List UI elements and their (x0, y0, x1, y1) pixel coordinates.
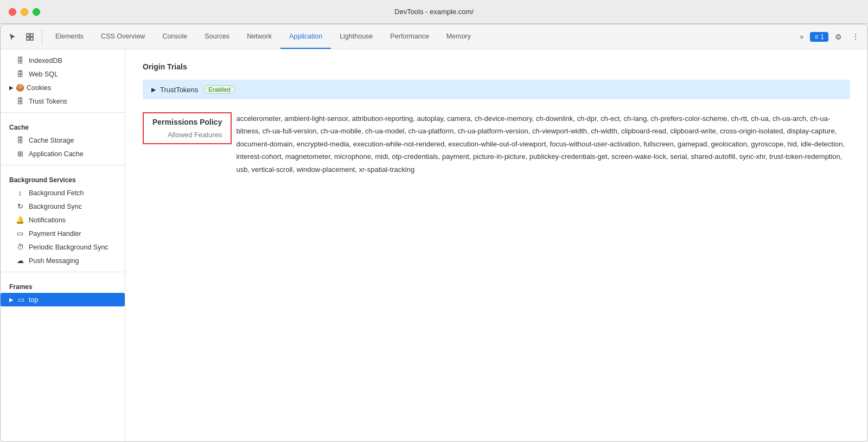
database-icon: 🗄 (16, 136, 24, 144)
sidebar-item-label: Payment Handler (29, 230, 81, 238)
sidebar-item-trust-tokens[interactable]: 🗄 Trust Tokens (1, 94, 125, 108)
cloud-icon: ☁ (16, 257, 24, 265)
grid-icon: ⊞ (16, 150, 24, 158)
enabled-badge: Enabled (203, 85, 235, 94)
tab-elements[interactable]: Elements (47, 24, 92, 49)
tab-console[interactable]: Console (154, 24, 196, 49)
sidebar-item-label: Cookies (27, 84, 51, 92)
permissions-policy-section: Permissions Policy Allowed Features acce… (143, 112, 850, 176)
permissions-box: Permissions Policy Allowed Features (143, 112, 232, 144)
fetch-icon: ↕ (16, 189, 24, 197)
svg-rect-1 (27, 37, 29, 40)
database-icon: 🗄 (16, 70, 24, 78)
sidebar-divider-2 (1, 165, 125, 165)
arrow-icon: ▶ (9, 85, 14, 91)
devtools-window: Elements CSS Overview Console Sources Ne… (0, 24, 868, 442)
sidebar-item-push-messaging[interactable]: ☁ Push Messaging (1, 254, 125, 267)
allowed-features-value: accelerometer, ambient-light-sensor, att… (232, 112, 850, 176)
sidebar-item-payment-handler[interactable]: ▭ Payment Handler (1, 227, 125, 240)
origin-trials-title: Origin Trials (143, 62, 850, 71)
sidebar-item-background-sync[interactable]: ↻ Background Sync (1, 200, 125, 213)
notification-icon: 🔔 (16, 216, 24, 224)
trust-tokens-label: TrustTokens (160, 86, 198, 94)
sidebar-divider-3 (1, 272, 125, 272)
sidebar-item-periodic-bg-sync[interactable]: ⏱ Periodic Background Sync (1, 240, 125, 254)
database-icon: 🗄 (16, 97, 24, 105)
toolbar-right: » ≡ 1 ⚙ ⋮ (796, 29, 863, 44)
sidebar-item-indexeddb[interactable]: 🗄 IndexedDB (1, 54, 125, 67)
frame-icon: ▭ (17, 296, 25, 304)
sidebar-item-label: Periodic Background Sync (29, 244, 108, 251)
more-options-button[interactable]: ⋮ (848, 29, 863, 44)
chat-icon: ≡ (814, 33, 818, 41)
permissions-policy-title: Permissions Policy (152, 118, 222, 126)
maximize-button[interactable] (33, 8, 40, 16)
main-content: 🗄 IndexedDB 🗄 Web SQL ▶ 🍪 Cookies 🗄 Trus… (1, 49, 867, 441)
sidebar-item-top-frame[interactable]: ▶ ▭ top (1, 293, 125, 306)
timer-icon: ⏱ (16, 243, 24, 251)
tab-network[interactable]: Network (238, 24, 280, 49)
tab-css-overview[interactable]: CSS Overview (92, 24, 154, 49)
sidebar-item-label: Application Cache (29, 150, 84, 158)
title-bar: DevTools - example.com/ (0, 0, 868, 24)
allowed-features-label: Allowed Features (152, 131, 222, 139)
chat-badge[interactable]: ≡ 1 (810, 32, 828, 42)
sidebar-item-cache-storage[interactable]: 🗄 Cache Storage (1, 133, 125, 147)
sidebar-item-background-fetch[interactable]: ↕ Background Fetch (1, 186, 125, 200)
database-icon: 🗄 (16, 56, 24, 65)
tab-memory[interactable]: Memory (438, 24, 480, 49)
origin-trials-row[interactable]: ▶ TrustTokens Enabled (143, 80, 850, 99)
sidebar-item-label: Push Messaging (29, 257, 79, 265)
expand-arrow-icon: ▶ (151, 86, 156, 93)
sidebar: 🗄 IndexedDB 🗄 Web SQL ▶ 🍪 Cookies 🗄 Trus… (1, 49, 125, 441)
tab-performance[interactable]: Performance (381, 24, 438, 49)
close-button[interactable] (9, 8, 16, 16)
tab-sources[interactable]: Sources (196, 24, 238, 49)
sidebar-group-cache: Cache (1, 117, 125, 133)
svg-rect-2 (30, 34, 33, 36)
traffic-lights (9, 8, 40, 16)
sidebar-item-websql[interactable]: 🗄 Web SQL (1, 67, 125, 81)
svg-rect-3 (30, 37, 33, 40)
sidebar-item-notifications[interactable]: 🔔 Notifications (1, 213, 125, 227)
sidebar-item-label: top (29, 296, 38, 304)
toolbar: Elements CSS Overview Console Sources Ne… (1, 24, 867, 49)
tab-lighthouse[interactable]: Lighthouse (331, 24, 381, 49)
inspect-icon[interactable] (22, 29, 37, 44)
chat-count: 1 (820, 33, 824, 41)
sidebar-item-application-cache[interactable]: ⊞ Application Cache (1, 147, 125, 161)
sidebar-item-label: Cache Storage (29, 137, 74, 144)
svg-rect-0 (27, 34, 29, 36)
sidebar-item-label: IndexedDB (29, 57, 62, 65)
sidebar-item-label: Trust Tokens (29, 98, 67, 105)
sidebar-group-background-services: Background Services (1, 170, 125, 186)
settings-button[interactable]: ⚙ (831, 29, 846, 44)
minimize-button[interactable] (21, 8, 28, 16)
sidebar-item-label: Background Sync (29, 203, 82, 210)
tabs: Elements CSS Overview Console Sources Ne… (47, 24, 796, 49)
payment-icon: ▭ (16, 229, 24, 238)
sidebar-item-label: Background Fetch (29, 189, 84, 197)
permissions-content: Permissions Policy Allowed Features acce… (143, 112, 850, 176)
arrow-icon: ▶ (9, 297, 14, 303)
sidebar-group-frames: Frames (1, 277, 125, 293)
tab-application[interactable]: Application (280, 24, 331, 49)
sidebar-item-label: Notifications (29, 216, 66, 224)
cursor-icon[interactable] (5, 29, 20, 44)
sync-icon: ↻ (16, 202, 24, 210)
sidebar-item-label: Web SQL (29, 71, 58, 78)
window-title: DevTools - example.com/ (394, 8, 474, 16)
more-tabs-button[interactable]: » (796, 31, 808, 43)
sidebar-item-cookies[interactable]: ▶ 🍪 Cookies (1, 81, 125, 94)
content-panel: Origin Trials ▶ TrustTokens Enabled Perm… (125, 49, 867, 441)
cookie-icon: 🍪 (16, 84, 24, 92)
toolbar-icons (5, 29, 42, 44)
sidebar-divider (1, 112, 125, 113)
